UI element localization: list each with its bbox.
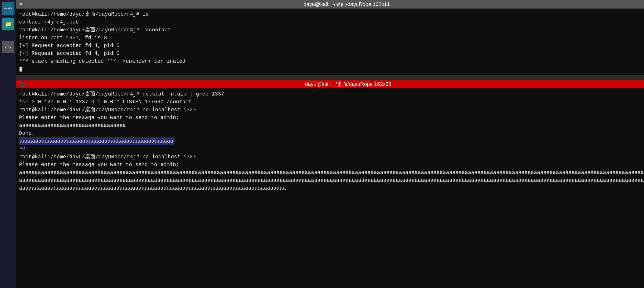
sidebar-usafe-label: uSafe [4,7,12,10]
terminal-top-line-3: root@kali:/home/dayu/桌面/dayuRope/r4j# ./… [19,26,644,34]
terminal-top: ⊞ dayu@kali: ~/桌面/dayuRope 162x11 root@k… [16,0,644,75]
terminal-bottom: ⬛ dayu@kali: ~/桌面/dayuRope 162x29 root@k… [16,80,644,288]
sidebar-folder-icon[interactable]: 📁 [2,18,14,30]
terminal-top-title: dayu@kali: ~/桌面/dayuRope 162x11 [22,1,644,8]
bottom-line-6: Done. [19,129,644,137]
bottom-line-9: root@kali:/home/dayu/桌面/dayuRope/r4j# nc… [19,153,644,161]
terminal-top-cursor-line [19,65,644,73]
bottom-line-3: root@kali:/home/dayu/桌面/dayuRope/r4j# nc… [19,106,644,114]
terminal-top-line-6: [+] Request accepted fd 4, pid 0 [19,50,644,57]
terminal-top-titlebar[interactable]: ⊞ dayu@kali: ~/桌面/dayuRope 162x11 [16,0,644,8]
terminal-top-line-5: [+] Request accepted fd 4, pid 0 [19,42,644,50]
sidebar: uSafe 📁 uRope [0,0,16,288]
bottom-line-2: tcp 0 0 127.0.0.1:1337 0.0.0.0:* LISTEN … [19,98,644,106]
terminal-top-line-2: contact r4j r4j.pub [19,18,644,26]
terminal-bottom-titlebar[interactable]: ⬛ dayu@kali: ~/桌面/dayuRope 162x29 [16,80,644,88]
terminal-bottom-body[interactable]: root@kali:/home/dayu/桌面/dayuRope/r4j# ne… [16,88,644,288]
terminal-bottom-icon: ⬛ [20,81,25,87]
terminal-bottom-title: dayu@kali: ~/桌面/dayuRope 162x29 [25,80,644,88]
sidebar-icon-usafe[interactable]: uSafe [2,2,14,15]
terminal-top-body[interactable]: root@kali:/home/dayu/桌面/dayuRope/r4j# ls… [16,8,644,75]
terminal-top-line-4: listen on port 1337, fd is 3 [19,34,644,42]
terminal-top-line-1: root@kali:/home/dayu/桌面/dayuRope/r4j# ls [19,10,644,18]
bottom-line-1: root@kali:/home/dayu/桌面/dayuRope/r4j# ne… [19,90,644,98]
main-content: ⊞ dayu@kali: ~/桌面/dayuRope 162x11 root@k… [16,0,644,288]
terminal-top-line-7: *** stack smashing detected ***: <unknow… [19,57,644,65]
bottom-line-13: aaaaaaaaaaaaaaaaaaaaaaaaaaaaaaaaaaaaaaaa… [19,184,644,192]
bottom-line-12: aaaaaaaaaaaaaaaaaaaaaaaaaaaaaaaaaaaaaaaa… [19,177,644,184]
bottom-line-7-highlight: aaaaaaaaaaaaaaaaaaaaaaaaaaaaaaaaaaaaaaaa… [19,137,644,145]
bottom-line-8: ^C [19,145,644,153]
bottom-line-10: Please enter the message you want to sen… [19,161,644,169]
sidebar-rope-label[interactable]: uRope [2,41,14,53]
terminal-spacer [16,75,644,80]
bottom-line-5: aaaaaaaaaaaaaaaaaaaaaaaaaaaaaaaaaa [19,122,644,129]
bottom-line-4: Please enter the message you want to sen… [19,114,644,122]
terminal-top-icon: ⊞ [20,2,22,7]
bottom-line-11: aaaaaaaaaaaaaaaaaaaaaaaaaaaaaaaaaaaaaaaa… [19,169,644,177]
